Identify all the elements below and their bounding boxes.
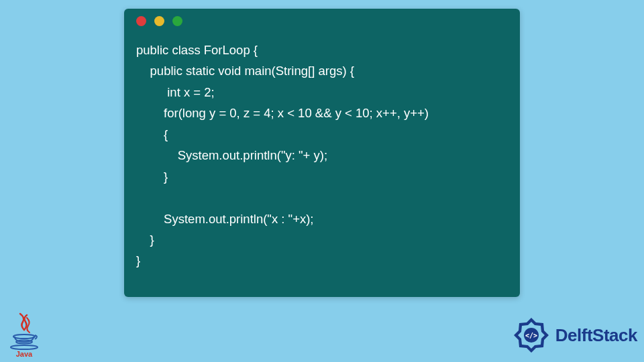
code-line: int x = 2;	[136, 85, 215, 99]
code-line: public class ForLoop {	[136, 43, 258, 57]
delftstack-badge-icon: </>	[511, 315, 551, 355]
code-line: public static void main(String[] args) {	[136, 64, 354, 78]
java-logo-icon: Java	[8, 312, 40, 358]
code-line: for(long y = 0, z = 4; x < 10 && y < 10;…	[136, 106, 429, 120]
svg-text:</>: </>	[525, 332, 537, 339]
code-line: }	[136, 233, 154, 247]
code-line: System.out.println("x : "+x);	[136, 212, 314, 226]
code-line: System.out.println("y: "+ y);	[136, 148, 327, 162]
code-line: {	[136, 127, 168, 141]
svg-point-2	[11, 345, 38, 349]
maximize-dot-icon	[172, 16, 182, 26]
close-dot-icon	[136, 16, 146, 26]
delftstack-text: DelftStack	[555, 325, 637, 346]
svg-point-0	[13, 335, 35, 339]
code-window: public class ForLoop { public static voi…	[124, 9, 520, 297]
svg-text:Java: Java	[16, 350, 33, 358]
code-line: }	[136, 170, 168, 184]
code-line: }	[136, 253, 140, 267]
delftstack-logo: </> DelftStack	[511, 315, 637, 355]
window-titlebar	[124, 9, 520, 33]
code-block: public class ForLoop { public static voi…	[124, 33, 520, 272]
minimize-dot-icon	[154, 16, 164, 26]
